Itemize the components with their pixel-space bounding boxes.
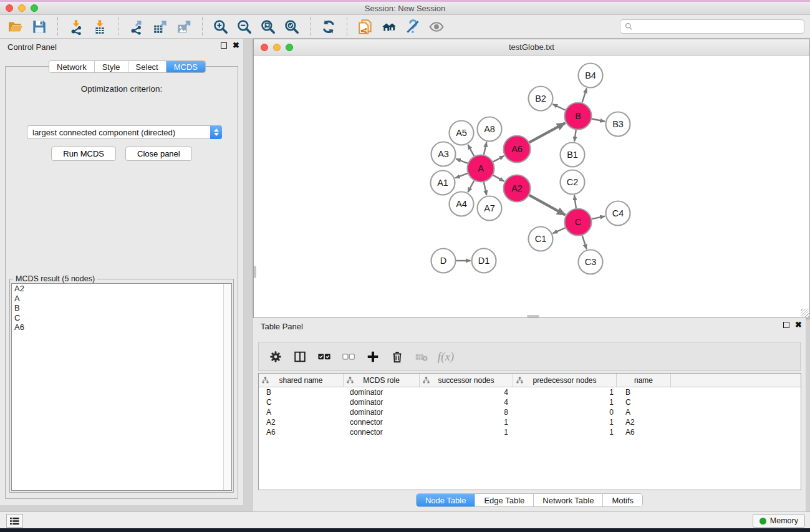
graph-edge-A-A1[interactable] bbox=[455, 173, 468, 178]
graph-edge-B-B4[interactable] bbox=[582, 89, 587, 103]
table-cell[interactable]: C bbox=[259, 398, 344, 407]
optimization-criterion-dropdown[interactable]: largest connected component (directed) bbox=[27, 125, 222, 139]
delete-table-button[interactable] bbox=[413, 349, 430, 365]
zoom-in-button[interactable] bbox=[209, 17, 233, 37]
table-cell[interactable]: 1 bbox=[513, 388, 617, 397]
result-item[interactable]: A6 bbox=[12, 322, 231, 332]
network-window-titlebar[interactable]: testGlobe.txt bbox=[254, 39, 809, 56]
table-options-button[interactable] bbox=[268, 349, 284, 365]
table-row[interactable]: A6connector11A6 bbox=[259, 427, 801, 437]
function-builder-button[interactable]: f(x) bbox=[438, 349, 454, 365]
graph-edge-C-C2[interactable] bbox=[574, 195, 576, 208]
result-item[interactable]: A bbox=[12, 294, 231, 304]
table-cell[interactable]: 4 bbox=[420, 398, 513, 407]
zoom-selected-button[interactable] bbox=[280, 17, 304, 37]
deselect-all-button[interactable] bbox=[340, 349, 357, 365]
tab-edge-table[interactable]: Edge Table bbox=[475, 494, 534, 506]
tab-network[interactable]: Network bbox=[49, 61, 95, 72]
tab-network-table[interactable]: Network Table bbox=[534, 494, 603, 506]
table-cell[interactable]: 1 bbox=[420, 418, 513, 427]
zoom-out-button[interactable] bbox=[233, 17, 256, 37]
task-history-button[interactable] bbox=[6, 514, 23, 528]
mcds-result-list[interactable]: A2ABCA6 bbox=[11, 283, 232, 491]
column-header-shared-name[interactable]: shared name bbox=[259, 374, 344, 387]
close-panel-icon[interactable]: ✖ bbox=[233, 42, 239, 49]
network-canvas[interactable]: B4B2BB3A5A8A6B1A3AC2A1A2A4A7C4CC1C3DD1 bbox=[254, 56, 809, 317]
table-row[interactable]: Cdominator41C bbox=[259, 397, 801, 407]
column-header-predecessor-nodes[interactable]: predecessor nodes bbox=[513, 374, 617, 387]
float-table-panel-icon[interactable] bbox=[783, 322, 789, 328]
tab-style[interactable]: Style bbox=[95, 61, 128, 72]
table-cell[interactable]: dominator bbox=[344, 398, 420, 407]
tab-motifs[interactable]: Motifs bbox=[603, 494, 642, 506]
table-cell[interactable]: dominator bbox=[344, 408, 420, 417]
float-panel-icon[interactable] bbox=[221, 42, 227, 49]
result-item[interactable]: A2 bbox=[12, 284, 231, 294]
graph-edge-C-C4[interactable] bbox=[592, 216, 605, 220]
table-cell[interactable]: B bbox=[259, 388, 344, 397]
graph-edge-A6-B[interactable] bbox=[529, 123, 566, 142]
horizontal-scroll-grip[interactable] bbox=[527, 315, 539, 317]
close-panel-button[interactable]: Close panel bbox=[125, 147, 192, 161]
search-input[interactable] bbox=[635, 21, 804, 32]
table-cell[interactable]: 8 bbox=[420, 408, 513, 417]
table-cell[interactable]: A2 bbox=[259, 418, 344, 427]
export-image-button[interactable] bbox=[172, 17, 196, 37]
refresh-button[interactable] bbox=[317, 17, 340, 37]
vertical-scroll-grip[interactable] bbox=[254, 266, 256, 278]
search-field[interactable] bbox=[620, 19, 804, 34]
graph-edge-A-A5[interactable] bbox=[468, 145, 474, 156]
open-session-button[interactable] bbox=[4, 17, 27, 37]
save-session-button[interactable] bbox=[27, 17, 51, 37]
graph-edge-A-A8[interactable] bbox=[484, 142, 486, 155]
graph-edge-A-A6[interactable] bbox=[493, 156, 504, 162]
run-mcds-button[interactable]: Run MCDS bbox=[51, 147, 116, 161]
table-cell[interactable]: A2 bbox=[617, 418, 671, 427]
table-cell[interactable]: 1 bbox=[513, 428, 617, 437]
export-network-button[interactable] bbox=[125, 17, 148, 37]
column-header-successor-nodes[interactable]: successor nodes bbox=[420, 374, 513, 387]
add-row-button[interactable] bbox=[365, 349, 381, 365]
import-table-button[interactable] bbox=[88, 17, 112, 37]
table-row[interactable]: Bdominator41B bbox=[259, 387, 801, 397]
table-cell[interactable]: 1 bbox=[513, 418, 617, 427]
table-cell[interactable]: connector bbox=[344, 418, 420, 427]
zoom-fit-button[interactable] bbox=[256, 17, 280, 37]
graph-edge-B-B2[interactable] bbox=[552, 104, 565, 110]
table-cell[interactable]: 1 bbox=[420, 428, 513, 437]
table-cell[interactable]: C bbox=[617, 398, 671, 407]
export-table-button[interactable] bbox=[148, 17, 172, 37]
result-item[interactable]: C bbox=[12, 313, 231, 323]
graph-edge-A-A3[interactable] bbox=[456, 159, 468, 163]
table-cell[interactable]: A bbox=[617, 408, 671, 417]
graph-edge-A-A4[interactable] bbox=[468, 181, 474, 192]
show-graphics-details-button[interactable] bbox=[425, 17, 448, 37]
graph-edge-C-C3[interactable] bbox=[582, 235, 587, 249]
graph-edge-B-B3[interactable] bbox=[592, 118, 605, 121]
table-cell[interactable]: dominator bbox=[344, 388, 420, 397]
table-row[interactable]: A2connector11A2 bbox=[259, 417, 801, 427]
graph-edge-B-B1[interactable] bbox=[574, 130, 576, 141]
table-cell[interactable]: 4 bbox=[420, 388, 513, 397]
tab-select[interactable]: Select bbox=[128, 61, 166, 72]
graph-edge-A2-C[interactable] bbox=[529, 195, 566, 215]
table-cell[interactable]: 0 bbox=[513, 408, 617, 417]
tab-mcds[interactable]: MCDS bbox=[166, 61, 205, 72]
hide-details-button[interactable] bbox=[401, 17, 425, 37]
first-neighbors-button[interactable] bbox=[377, 17, 401, 37]
table-cell[interactable]: connector bbox=[344, 428, 420, 437]
graph-edge-A-A7[interactable] bbox=[484, 182, 487, 195]
column-header-name[interactable]: name bbox=[617, 374, 671, 387]
network-graph[interactable]: B4B2BB3A5A8A6B1A3AC2A1A2A4A7C4CC1C3DD1 bbox=[254, 56, 809, 317]
import-network-button[interactable] bbox=[64, 17, 88, 37]
table-cell[interactable]: A6 bbox=[617, 428, 671, 437]
window-resize-grip[interactable] bbox=[801, 309, 809, 317]
result-item[interactable]: B bbox=[12, 303, 231, 313]
table-cell[interactable]: A6 bbox=[259, 428, 344, 437]
new-network-from-selection-button[interactable] bbox=[354, 17, 377, 37]
column-header-mcds-role[interactable]: MCDS role bbox=[344, 374, 420, 387]
table-row[interactable]: Adominator80A bbox=[259, 407, 801, 417]
delete-column-button[interactable] bbox=[389, 349, 405, 365]
table-cell[interactable]: B bbox=[617, 388, 671, 397]
table-cell[interactable]: 1 bbox=[513, 398, 617, 407]
